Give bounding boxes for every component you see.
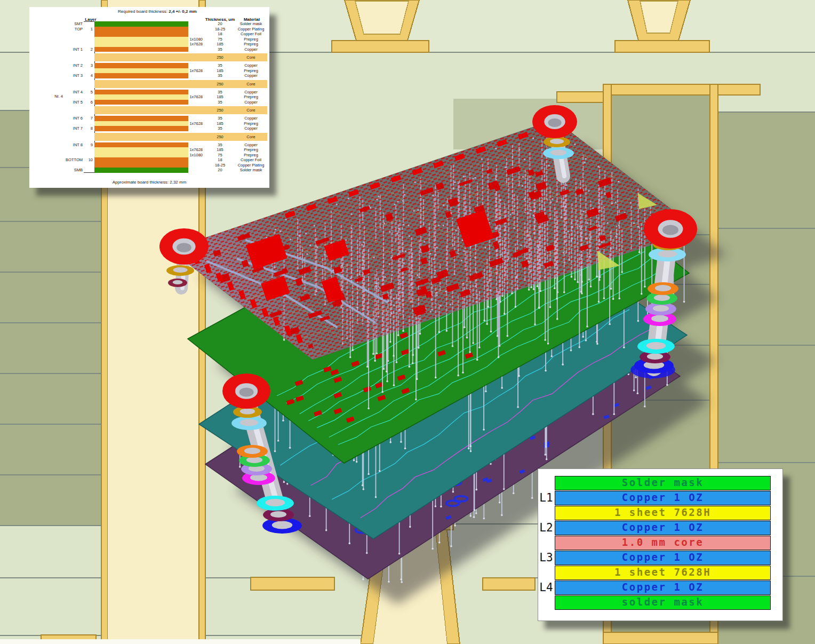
four-layer-stackup-panel: Solder maskCopper 1 OZL11 sheet 7628HCop… <box>538 468 783 621</box>
layer-number: 8 <box>84 126 93 131</box>
thickness-value: 18-25 <box>205 163 235 168</box>
thickness-value: 185 <box>205 68 235 74</box>
material-name: Prepreg <box>235 42 267 47</box>
glass-style: 1x1080 <box>180 37 203 42</box>
stackup-row: TOP118-25Copper Plating <box>29 27 269 32</box>
thickness-value: 250 <box>205 106 235 114</box>
layer-name: INT 3 <box>50 73 83 78</box>
stackup-row: 250Core <box>29 52 269 63</box>
glass-style: 1x1080 <box>180 153 203 158</box>
material-name: Prepreg <box>235 147 267 153</box>
stackup-row: 1x7628185Prepreg <box>29 42 269 47</box>
thickness-value: 35 <box>205 126 235 131</box>
stackup-table-panel: Required board thickness: 2,4 +/- 0,2 mm… <box>29 7 269 188</box>
stackup-row: INT 8935Copper <box>29 142 269 148</box>
glass-style: 1x7628 <box>180 147 203 153</box>
stackup-row: 1x7628185Prepreg <box>29 121 269 126</box>
layer-bar-copper <box>94 142 188 148</box>
layer-number: 4 <box>84 73 93 78</box>
stackup4-band: Copper 1 OZ <box>555 551 771 565</box>
layer-bar-mask <box>94 21 188 27</box>
layer-name: INT 6 <box>50 116 83 121</box>
thickness-value: 185 <box>205 42 235 47</box>
stackup-table-title: Required board thickness: 2,4 +/- 0,2 mm <box>45 9 269 14</box>
layer-name: SMB <box>50 168 83 173</box>
layer-bar-copper <box>94 126 188 131</box>
layer-bar-prepreg <box>94 68 188 74</box>
layer-name: INT 4 <box>50 90 83 95</box>
stackup-row: 18Copper Foil <box>29 31 269 37</box>
material-name: Copper <box>235 100 267 105</box>
stackup4-band: 1.0 mm core <box>555 536 771 550</box>
stackup4-layer-label: L4 <box>539 581 554 595</box>
material-name: Prepreg <box>235 68 267 74</box>
layer-bar-prepreg <box>94 147 188 153</box>
thickness-value: 18 <box>205 157 235 163</box>
title-value: 2,4 +/- 0,2 mm <box>169 9 197 14</box>
material-name: Core <box>235 106 267 114</box>
stackup-row: 1x108075Prepreg <box>29 153 269 158</box>
stackup-row: 1x7628185Prepreg <box>29 94 269 100</box>
stackup-row: INT 6735Copper <box>29 116 269 121</box>
thickness-value: 20 <box>205 21 235 27</box>
layer-number: 9 <box>84 142 93 148</box>
stackup-row: INT 7835Copper <box>29 126 269 131</box>
thickness-value: 35 <box>205 90 235 95</box>
stackup4-layer-label: L2 <box>539 521 554 535</box>
material-name: Copper <box>235 126 267 131</box>
material-name: Core <box>235 133 267 141</box>
layer-bar-copper <box>94 63 188 68</box>
thickness-value: 18-25 <box>205 27 235 32</box>
layer-name: INT 5 <box>50 100 83 105</box>
stackup-row: SMT20Solder mask <box>29 21 269 27</box>
layer-name: INT 8 <box>50 142 83 148</box>
layer-name: INT 2 <box>50 63 83 68</box>
stackup4-band: solder mask <box>555 595 771 610</box>
layer-name: TOP <box>50 27 83 32</box>
thickness-value: 35 <box>205 142 235 148</box>
material-name: Copper Foil <box>235 157 267 163</box>
layer-name: SMT <box>50 21 83 27</box>
thickness-value: 250 <box>205 133 235 141</box>
stackup4-band: Copper 1 OZ <box>555 581 771 595</box>
material-name: Copper Foil <box>235 31 267 37</box>
stackup-row: INT 5635Copper <box>29 100 269 105</box>
stackup-row: BOTTOM1018Copper Foil <box>29 157 269 163</box>
thickness-value: 250 <box>205 53 235 61</box>
stackup-row: INT 4535Copper <box>29 90 269 95</box>
layer-number: 7 <box>84 116 93 121</box>
stackup-row: 1x7628185Prepreg <box>29 147 269 153</box>
thickness-value: 18 <box>205 31 235 37</box>
glass-style: 1x7628 <box>180 42 203 47</box>
stackup4-layer-label: L3 <box>539 551 554 565</box>
material-name: Copper <box>235 73 267 78</box>
stackup4-band: Copper 1 OZ <box>555 491 771 505</box>
stackup4-band: Copper 1 OZ <box>555 521 771 535</box>
material-name: Prepreg <box>235 37 267 42</box>
layer-bar-copper <box>94 73 188 78</box>
material-name: Copper <box>235 47 267 52</box>
stackup-table-footer: Approximate board thickness: 2,32 mm <box>37 180 261 185</box>
glass-style: 1x7628 <box>180 121 203 126</box>
stackup4-band: 1 sheet 7628H <box>555 506 771 520</box>
layer-bar-copper <box>94 163 188 168</box>
layer-bar-prepreg <box>94 121 188 126</box>
material-name: Core <box>235 53 267 61</box>
layer-bar-copper <box>94 47 188 52</box>
stackup-row: SMB20Solder mask <box>29 168 269 173</box>
stackup-row: INT 2335Copper <box>29 63 269 68</box>
layer-bar-mask <box>94 168 188 173</box>
title-prefix: Required board thickness: <box>118 9 167 14</box>
material-name: Prepreg <box>235 94 267 100</box>
layer-bar-copper <box>94 116 188 121</box>
layer-bar-prepreg <box>94 94 188 100</box>
material-name: Solder mask <box>235 21 267 27</box>
material-name: Prepreg <box>235 121 267 126</box>
layer-name: INT 7 <box>50 126 83 131</box>
layer-name: INT 1 <box>50 47 83 52</box>
layer-number: 2 <box>84 47 93 52</box>
layer-bar-prepreg <box>94 153 188 158</box>
stackup-row: 250Core <box>29 105 269 116</box>
stackup-rows: SMT20Solder maskTOP118-25Copper Plating1… <box>29 21 269 173</box>
layer-bar-copper <box>94 157 188 163</box>
